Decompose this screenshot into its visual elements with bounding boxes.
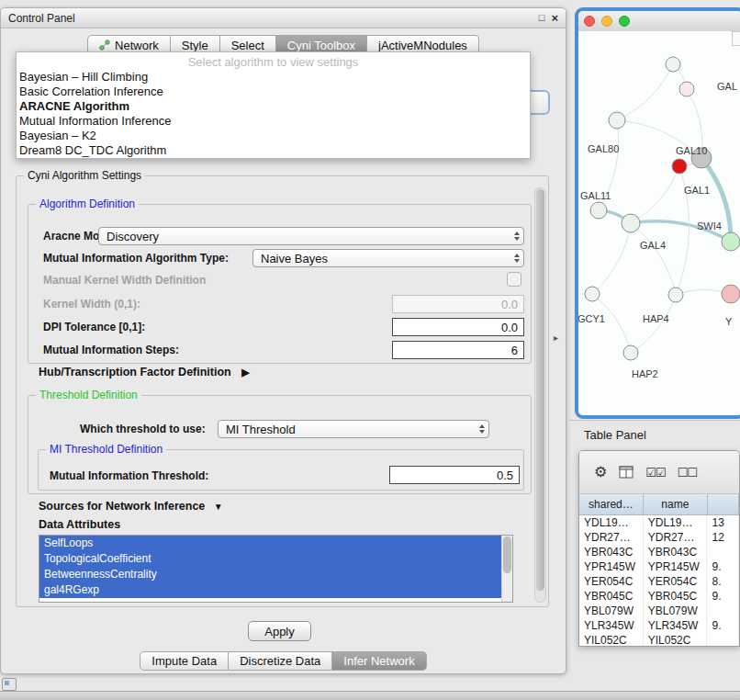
kernel-width-input[interactable]	[392, 295, 524, 313]
attributes-scrollbar[interactable]	[501, 536, 512, 602]
tab-discretize-data[interactable]: Discretize Data	[229, 651, 332, 671]
tab-label: jActiveMNodules	[378, 39, 467, 52]
cyni-bottom-tabs: Impute Data Discretize Data Infer Networ…	[1, 651, 566, 671]
table-row[interactable]: YBR045CYBR045C9.	[579, 589, 739, 604]
network-node[interactable]	[609, 112, 625, 129]
table-cell: YPR145W	[644, 559, 708, 574]
select-all-icon[interactable]: ☑☑	[645, 466, 665, 480]
tab-label: Infer Network	[343, 654, 414, 668]
table-row[interactable]: YBL079WYBL079W	[579, 604, 739, 618]
algorithm-option[interactable]: Basic Correlation Inference	[17, 85, 530, 99]
column-header-name[interactable]: name	[644, 494, 708, 514]
minimized-panel-icon[interactable]	[2, 678, 17, 691]
network-canvas[interactable]: GAL80GAL10GAL1GAL11SWI4GAL4GCY1HAP4YHAP2…	[578, 31, 740, 415]
combo-arrows-icon	[514, 231, 520, 241]
network-node[interactable]	[666, 57, 680, 72]
tab-infer-network[interactable]: Infer Network	[332, 651, 426, 671]
network-node[interactable]	[590, 202, 607, 219]
mi-threshold-group-title: MI Threshold Definition	[46, 443, 166, 456]
network-node[interactable]	[623, 345, 638, 360]
table-cell: YPR145W	[579, 559, 644, 574]
table-row[interactable]: YLR345WYLR345W9.	[579, 618, 739, 633]
dpi-tolerance-input[interactable]	[392, 318, 524, 336]
gear-icon[interactable]: ⚙	[594, 465, 607, 480]
manual-kernel-width-label: Manual Kernel Width Definition	[43, 274, 206, 287]
table-row[interactable]: YPR145WYPR145W9.	[579, 559, 739, 574]
table-cell: 13	[707, 515, 739, 530]
aracne-mode-select[interactable]: Discovery	[98, 227, 524, 245]
table-row[interactable]: YDL19…YDL19…13	[579, 515, 739, 530]
network-node[interactable]	[722, 232, 740, 251]
table-cell: 9.	[707, 589, 739, 604]
close-traffic-icon[interactable]	[584, 16, 595, 27]
mi-steps-input[interactable]	[392, 341, 524, 359]
attribute-item[interactable]: BetweennessCentrality	[39, 567, 502, 582]
network-edge[interactable]	[631, 166, 679, 223]
attribute-item[interactable]: gal4RGexp	[39, 582, 502, 598]
network-edge[interactable]	[617, 64, 673, 120]
table-panel-window: ⚙ ☑☑ ☐☐ shared… name YDL19…YDL19…13YDR27…	[578, 450, 740, 647]
combo-arrows-icon	[514, 254, 520, 263]
network-node-label: GAL4	[640, 240, 666, 251]
network-window-titlebar[interactable]	[578, 11, 740, 32]
minimize-traffic-icon[interactable]	[601, 16, 612, 27]
network-node-label: GAL1	[684, 185, 710, 196]
algorithm-option[interactable]: Bayesian – Hill Climbing	[17, 70, 530, 85]
network-node[interactable]	[722, 285, 740, 303]
network-edge[interactable]	[631, 223, 676, 295]
attribute-item[interactable]: SelfLoops	[39, 536, 502, 551]
network-edge[interactable]	[592, 223, 631, 294]
scrollbar-thumb[interactable]	[503, 536, 511, 573]
chevron-right-icon: ▶	[241, 367, 249, 378]
network-node[interactable]	[679, 82, 694, 96]
columns-icon[interactable]	[619, 466, 633, 479]
network-node[interactable]	[585, 287, 600, 301]
tab-impute-data[interactable]: Impute Data	[140, 651, 229, 671]
mi-threshold-label: Mutual Information Threshold:	[50, 469, 208, 482]
hub-definition-toggle[interactable]: Hub/Transcription Factor Definition ▶	[39, 366, 250, 378]
settings-scrollbar[interactable]	[534, 187, 546, 603]
table-row[interactable]: YER054CYER054C8.	[579, 574, 739, 589]
network-tab-icon	[99, 40, 110, 51]
network-node[interactable]	[672, 159, 687, 174]
algorithm-option[interactable]: Bayesian – K2	[17, 129, 530, 143]
column-header-shared-name[interactable]: shared…	[579, 494, 644, 514]
network-node[interactable]	[668, 288, 683, 302]
mi-threshold-group: MI Threshold Definition Mutual Informati…	[38, 449, 524, 491]
algorithm-option[interactable]: Mutual Information Inference	[17, 114, 530, 129]
control-panel-titlebar[interactable]: Control Panel □ ×	[1, 8, 566, 28]
algorithm-option[interactable]: Dream8 DC_TDC Algorithm	[17, 143, 530, 158]
close-icon[interactable]: ×	[551, 13, 558, 23]
which-threshold-select[interactable]: MI Threshold	[218, 420, 489, 438]
mi-algorithm-type-select[interactable]: Naive Bayes	[252, 249, 524, 267]
zoom-traffic-icon[interactable]	[619, 16, 630, 27]
table-row[interactable]: YDR27…YDR27…12	[579, 530, 739, 545]
manual-kernel-width-checkbox[interactable]	[507, 272, 521, 287]
aracne-mode-value: Discovery	[107, 230, 159, 243]
cyni-settings-title: Cyni Algorithm Settings	[24, 169, 145, 182]
mi-threshold-input[interactable]	[389, 466, 520, 484]
float-window-icon[interactable]: □	[539, 13, 545, 23]
table-panel-bar: Table Panel	[569, 420, 740, 446]
table-row[interactable]: YIL052CYIL052C	[579, 633, 739, 647]
splitter-toggle-icon[interactable]: ▸	[554, 333, 558, 343]
mi-algorithm-type-value: Naive Bayes	[261, 252, 328, 265]
table-body: YDL19…YDL19…13YDR27…YDR27…12YBR043CYBR04…	[579, 515, 739, 647]
scrollbar-thumb[interactable]	[536, 189, 544, 591]
deselect-all-icon[interactable]: ☐☐	[678, 466, 697, 480]
network-scrollbar[interactable]	[732, 31, 740, 46]
column-header-clipped[interactable]	[708, 494, 739, 514]
table-cell: YER054C	[579, 574, 644, 589]
network-node[interactable]	[622, 214, 640, 232]
sources-toggle[interactable]: Sources for Network Inference ▼	[39, 500, 223, 513]
apply-button[interactable]: Apply	[248, 621, 311, 641]
network-node-label: SWI4	[697, 220, 722, 231]
table-cell: YDL19…	[579, 515, 644, 530]
table-cell: YIL052C	[644, 633, 708, 647]
algorithm-option[interactable]: ARACNE Algorithm	[17, 99, 530, 114]
which-threshold-value: MI Threshold	[226, 423, 296, 436]
attribute-item[interactable]: TopologicalCoefficient	[39, 551, 502, 567]
table-row[interactable]: YBR043CYBR043C	[579, 545, 739, 559]
threshold-definition-title: Threshold Definition	[36, 389, 141, 401]
table-cell	[707, 604, 739, 618]
